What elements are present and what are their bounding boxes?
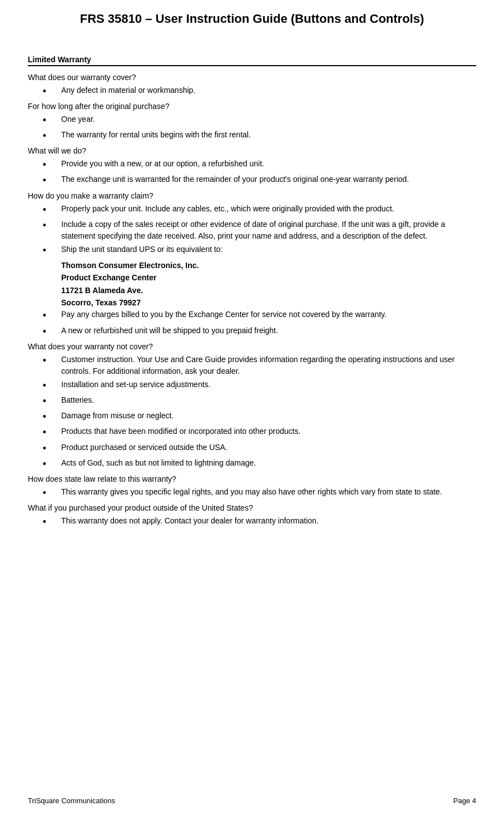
warranty-heading: Limited Warranty [28, 55, 476, 64]
bullet-icon: • [28, 426, 61, 439]
bullet-icon: • [28, 325, 61, 339]
bullets-5: • Customer instruction. Your Use and Car… [28, 354, 476, 471]
list-item: • The warranty for rental units begins w… [28, 129, 476, 143]
question-7: What if you purchased your product outsi… [28, 502, 476, 514]
bullet-text: The exchange unit is warranted for the r… [61, 174, 476, 185]
list-item: • The exchange unit is warranted for the… [28, 174, 476, 187]
bullet-icon: • [28, 158, 61, 172]
bullet-text: Acts of God, such as but not limited to … [61, 457, 476, 469]
list-item: • Product purchased or serviced outside … [28, 442, 476, 456]
bullet-text: Batteries. [61, 394, 476, 406]
question-6: How does state law relate to this warran… [28, 473, 476, 485]
bullet-text: Ship the unit standard UPS or its equiva… [61, 244, 476, 255]
question-4: How do you make a warranty claim? [28, 190, 476, 202]
section-divider [28, 65, 476, 66]
bullet-text: This warranty gives you specific legal r… [61, 486, 476, 498]
question-2: For how long after the original purchase… [28, 101, 476, 112]
list-item: • Products that have been modified or in… [28, 426, 476, 439]
list-item: • This warranty does not apply. Contact … [28, 515, 476, 529]
bullet-text: Provide you with a new, or at our option… [61, 158, 476, 170]
list-item: • A new or refurbished unit will be ship… [28, 325, 476, 339]
bullet-icon: • [28, 309, 61, 323]
bullets-6: • This warranty gives you specific legal… [28, 486, 476, 500]
bullet-text: This warranty does not apply. Contact yo… [61, 515, 476, 527]
bullet-icon: • [28, 244, 61, 258]
question-5: What does your warranty not cover? [28, 341, 476, 353]
footer-right: Page 4 [453, 797, 476, 805]
list-item: • Acts of God, such as but not limited t… [28, 457, 476, 471]
bullets-1: • Any defect in material or workmanship. [28, 85, 476, 98]
list-item: • Any defect in material or workmanship. [28, 85, 476, 98]
bullet-text: Include a copy of the sales receipt or o… [61, 219, 476, 242]
bullet-icon: • [28, 457, 61, 471]
bullets-3: • Provide you with a new, or at our opti… [28, 158, 476, 187]
list-item: • Ship the unit standard UPS or its equi… [28, 244, 476, 258]
list-item: • Properly pack your unit. Include any c… [28, 203, 476, 217]
list-item: • Batteries. [28, 394, 476, 408]
bullet-icon: • [28, 113, 61, 127]
bullets-2: • One year. • The warranty for rental un… [28, 113, 476, 143]
bullets-4: • Properly pack your unit. Include any c… [28, 203, 476, 258]
address-line-1: Thomson Consumer Electronics, Inc. [61, 259, 476, 271]
list-item: • Pay any charges billed to you by the E… [28, 309, 476, 323]
bullet-icon: • [28, 129, 61, 143]
bullet-text: Customer instruction. Your Use and Care … [61, 354, 476, 377]
bullet-icon: • [28, 203, 61, 217]
bullets-4b: • Pay any charges billed to you by the E… [28, 309, 476, 338]
list-item: • Customer instruction. Your Use and Car… [28, 354, 476, 377]
bullet-text: A new or refurbished unit will be shippe… [61, 325, 476, 337]
list-item: • Include a copy of the sales receipt or… [28, 219, 476, 242]
question-1: What does our warranty cover? [28, 72, 476, 83]
bullet-icon: • [28, 410, 61, 424]
bullet-icon: • [28, 219, 61, 233]
list-item: • Damage from misuse or neglect. [28, 410, 476, 424]
bullet-text: Properly pack your unit. Include any cab… [61, 203, 476, 215]
footer: TriSquare Communications Page 4 [28, 797, 476, 805]
bullets-7: • This warranty does not apply. Contact … [28, 515, 476, 529]
list-item: • This warranty gives you specific legal… [28, 486, 476, 500]
bullet-text: Any defect in material or workmanship. [61, 85, 476, 96]
bullet-text: Pay any charges billed to you by the Exc… [61, 309, 476, 320]
bullet-icon: • [28, 442, 61, 456]
bullet-icon: • [28, 85, 61, 98]
list-item: • Provide you with a new, or at our opti… [28, 158, 476, 172]
address-line-4: Socorro, Texas 79927 [61, 296, 476, 309]
list-item: • One year. [28, 113, 476, 127]
bullet-text: Product purchased or serviced outside th… [61, 442, 476, 453]
bullet-icon: • [28, 174, 61, 187]
list-item: • Installation and set-up service adjust… [28, 379, 476, 393]
bullet-icon: • [28, 379, 61, 393]
address-block: Thomson Consumer Electronics, Inc. Produ… [61, 259, 476, 309]
bullet-text: One year. [61, 113, 476, 125]
bullet-text: Damage from misuse or neglect. [61, 410, 476, 422]
bullet-text: Products that have been modified or inco… [61, 426, 476, 437]
bullet-icon: • [28, 486, 61, 500]
bullet-text: Installation and set-up service adjustme… [61, 379, 476, 390]
bullet-icon: • [28, 354, 61, 368]
address-line-3: 11721 B Alameda Ave. [61, 284, 476, 296]
bullet-icon: • [28, 394, 61, 408]
bullet-text: The warranty for rental units begins wit… [61, 129, 476, 141]
page-title: FRS 35810 – User Instruction Guide (Butt… [28, 11, 476, 27]
question-3: What will we do? [28, 145, 476, 157]
footer-left: TriSquare Communications [28, 797, 115, 805]
address-line-2: Product Exchange Center [61, 271, 476, 284]
bullet-icon: • [28, 515, 61, 529]
